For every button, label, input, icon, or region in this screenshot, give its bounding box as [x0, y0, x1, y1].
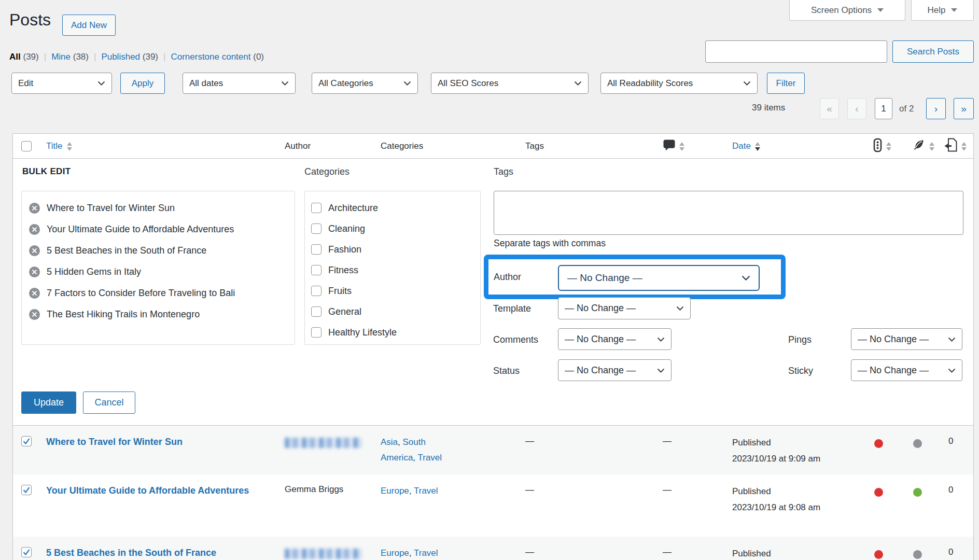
- dates-filter-select[interactable]: All dates: [183, 73, 296, 94]
- select-all-checkbox[interactable]: [21, 134, 32, 159]
- category-link[interactable]: Travel: [414, 486, 438, 496]
- post-title-link[interactable]: Your Ultimate Guide to Affordable Advent…: [46, 483, 269, 498]
- bulk-comments-select[interactable]: — No Change —: [558, 328, 672, 350]
- wordpress-posts-page: { "page": { "title": "Posts", "add_new_l…: [0, 0, 979, 560]
- post-title-link[interactable]: 5 Best Beaches in the South of France: [46, 545, 269, 560]
- bulk-tags-textarea[interactable]: [494, 191, 963, 235]
- view-published-link[interactable]: Published: [101, 52, 140, 62]
- category-option[interactable]: Cleaning: [305, 218, 480, 239]
- remove-post-icon[interactable]: [29, 203, 40, 214]
- tags-empty-dash: —: [525, 485, 534, 495]
- view-mine-link[interactable]: Mine: [51, 52, 71, 62]
- view-mine-count: (38): [73, 52, 89, 62]
- checkbox-unchecked-icon[interactable]: [311, 223, 321, 234]
- sort-arrows-icon: [67, 142, 72, 151]
- bulk-status-select[interactable]: — No Change —: [558, 359, 672, 381]
- feather-icon: [912, 138, 925, 154]
- update-button[interactable]: Update: [21, 391, 76, 414]
- column-header-links[interactable]: [944, 134, 967, 159]
- title-sort-link[interactable]: Title: [46, 141, 63, 151]
- remove-post-icon[interactable]: [29, 288, 40, 299]
- post-date: Published2023/10/19 at 9:09 am: [732, 435, 867, 467]
- readability-scores-filter-select[interactable]: All Readability Scores: [600, 73, 758, 94]
- author-name-blurred: [285, 549, 361, 559]
- row-checkbox-checked[interactable]: [21, 436, 32, 446]
- bulk-template-select[interactable]: — No Change —: [558, 297, 691, 319]
- view-all[interactable]: All (39): [9, 52, 39, 62]
- checkbox-unchecked-icon[interactable]: [311, 203, 321, 213]
- seo-scores-filter-select[interactable]: All SEO Scores: [431, 73, 589, 94]
- checkbox-unchecked-icon[interactable]: [311, 244, 321, 255]
- cancel-button[interactable]: Cancel: [83, 391, 135, 414]
- checkbox-unchecked-icon[interactable]: [311, 265, 321, 275]
- bulk-pings-label: Pings: [788, 334, 812, 345]
- category-option[interactable]: General: [305, 301, 480, 322]
- list-item: Your Ultimate Guide to Affordable Advent…: [22, 219, 295, 240]
- column-header-readability[interactable]: [912, 134, 934, 159]
- apply-button[interactable]: Apply: [120, 73, 165, 94]
- view-separator: |: [44, 52, 46, 62]
- search-posts-button[interactable]: Search Posts: [892, 40, 974, 63]
- row-checkbox-checked[interactable]: [21, 485, 32, 495]
- filter-button[interactable]: Filter: [767, 73, 805, 94]
- view-mine[interactable]: Mine (38): [51, 52, 89, 62]
- view-filter-links: All (39) | Mine (38) | Published (39) | …: [9, 52, 264, 62]
- bulk-action-value: Edit: [18, 78, 33, 89]
- remove-post-icon[interactable]: [29, 309, 40, 320]
- view-cornerstone-link[interactable]: Cornerstone content: [171, 52, 250, 62]
- column-header-title[interactable]: Title: [46, 134, 72, 159]
- bulk-sticky-value: — No Change —: [858, 365, 929, 376]
- bulk-pings-select[interactable]: — No Change —: [851, 328, 962, 350]
- author-name-blurred: [285, 438, 361, 448]
- bulk-template-value: — No Change —: [565, 303, 636, 314]
- add-new-button[interactable]: Add New: [62, 15, 116, 36]
- bulk-action-select[interactable]: Edit: [11, 73, 112, 94]
- column-header-date[interactable]: Date: [732, 134, 760, 159]
- checkbox-unchecked-icon[interactable]: [311, 286, 321, 296]
- category-link[interactable]: Travel: [414, 548, 438, 558]
- link-count: 0: [948, 485, 953, 495]
- bulk-author-select[interactable]: — No Change —: [558, 265, 760, 291]
- bulk-sticky-label: Sticky: [788, 366, 813, 376]
- tags-hint: Separate tags with commas: [494, 238, 606, 249]
- row-checkbox-checked[interactable]: [21, 547, 32, 557]
- list-item: Where to Travel for Winter Sun: [22, 198, 295, 219]
- checkbox-unchecked-icon[interactable]: [311, 327, 321, 338]
- category-option[interactable]: Fruits: [305, 281, 480, 301]
- column-header-comments[interactable]: [663, 134, 684, 159]
- first-page-button[interactable]: «: [820, 98, 839, 119]
- previous-page-button[interactable]: ‹: [847, 98, 866, 119]
- remove-post-icon[interactable]: [29, 245, 40, 256]
- last-page-button[interactable]: »: [954, 98, 974, 119]
- date-sort-link[interactable]: Date: [732, 141, 751, 151]
- comments-empty-dash: —: [663, 485, 672, 495]
- category-link[interactable]: Travel: [418, 453, 442, 463]
- view-published[interactable]: Published (39): [101, 52, 158, 62]
- chevron-down-icon: [97, 81, 105, 86]
- category-option[interactable]: Fashion: [305, 239, 480, 260]
- current-page-input[interactable]: [875, 98, 892, 119]
- search-input[interactable]: [705, 40, 887, 63]
- category-option[interactable]: Architecture: [305, 198, 480, 218]
- sort-arrows-icon: [679, 142, 684, 151]
- view-published-count: (39): [143, 52, 158, 62]
- category-link[interactable]: Europe: [381, 548, 409, 558]
- table-row: Your Ultimate Guide to Affordable Advent…: [13, 474, 973, 537]
- bulk-sticky-select[interactable]: — No Change —: [851, 359, 962, 381]
- category-option[interactable]: Healthy Lifestyle: [305, 322, 480, 343]
- author-link[interactable]: Gemma Briggs: [285, 484, 343, 495]
- screen-options-button[interactable]: Screen Options: [789, 0, 905, 21]
- readability-score-dot-green: [913, 488, 922, 497]
- category-link[interactable]: Europe: [381, 486, 409, 496]
- remove-post-icon[interactable]: [29, 267, 40, 277]
- column-header-seo-score[interactable]: [873, 134, 891, 159]
- checkbox-unchecked-icon[interactable]: [311, 306, 321, 317]
- help-button[interactable]: Help: [911, 0, 974, 21]
- remove-post-icon[interactable]: [29, 224, 40, 235]
- post-title-link[interactable]: Where to Travel for Winter Sun: [46, 434, 269, 450]
- categories-filter-select[interactable]: All Categories: [312, 73, 418, 94]
- category-option[interactable]: Fitness: [305, 260, 480, 281]
- next-page-button[interactable]: ›: [926, 98, 946, 119]
- view-cornerstone[interactable]: Cornerstone content (0): [171, 52, 264, 62]
- category-link[interactable]: Asia: [381, 437, 398, 447]
